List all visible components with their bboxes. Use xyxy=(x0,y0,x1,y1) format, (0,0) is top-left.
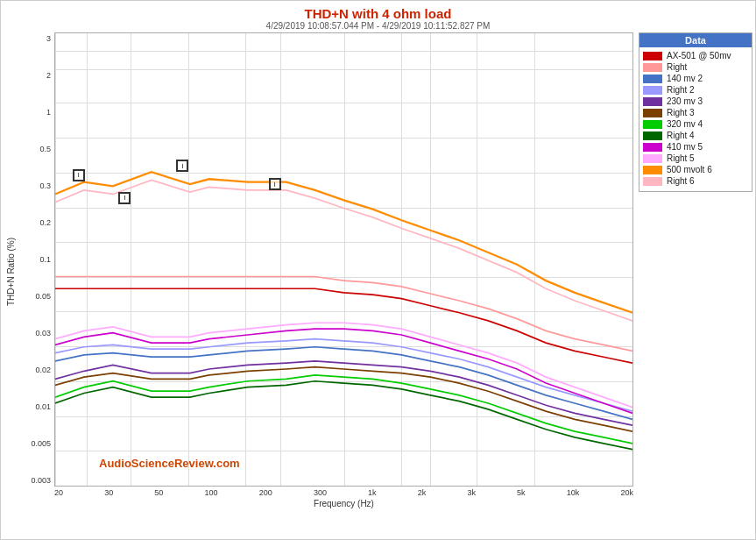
legend-color-swatch xyxy=(643,86,662,95)
legend-item: Right 5 xyxy=(643,153,748,163)
legend-item: 140 mv 2 xyxy=(643,74,748,83)
ytick-2: 2 xyxy=(46,71,51,80)
curve-230mv xyxy=(55,361,632,425)
marker-3: I xyxy=(176,160,188,172)
xtick-200: 200 xyxy=(259,488,272,497)
y-ticks: 3 2 1 0.5 0.3 0.2 0.1 0.05 0.03 0.02 0.0… xyxy=(18,32,54,487)
legend-color-swatch xyxy=(643,120,662,129)
xtick-100: 100 xyxy=(205,488,218,497)
legend-item: 230 mv 3 xyxy=(643,96,748,106)
xtick-10k: 10k xyxy=(567,488,580,497)
x-axis-ticks: 20 30 50 100 200 300 1k 2k 3k 5k 10k 20k xyxy=(54,487,633,499)
legend-item-label: 140 mv 2 xyxy=(667,74,703,83)
curve-ax501-50mv xyxy=(55,288,632,363)
legend-color-swatch xyxy=(643,52,662,60)
legend-color-swatch xyxy=(643,154,662,163)
legend-item: 500 mvolt 6 xyxy=(643,165,748,174)
legend-item-label: 320 mv 4 xyxy=(667,119,703,129)
xtick-50: 50 xyxy=(154,488,163,497)
curve-right2 xyxy=(55,339,632,412)
legend-color-swatch xyxy=(643,63,662,72)
ytick-05: 0.5 xyxy=(39,145,51,153)
curve-right4 xyxy=(55,381,632,450)
legend-item-label: Right xyxy=(667,62,687,72)
marker-2: I xyxy=(118,192,131,204)
ytick-003: 0.03 xyxy=(35,329,51,338)
y-axis-label: THD+N Ratio (%) xyxy=(4,32,18,510)
legend-item-label: AX-501 @ 50mv xyxy=(667,51,731,60)
legend-item-label: 410 mv 5 xyxy=(667,142,703,152)
xtick-30: 30 xyxy=(104,488,113,497)
legend-title: Data xyxy=(639,33,752,47)
legend-color-swatch xyxy=(643,131,662,140)
main-container: THD+N with 4 ohm load 4/29/2019 10:08:57… xyxy=(0,0,756,540)
legend-item: Right 3 xyxy=(643,108,748,117)
chart-subtitle: 4/29/2019 10:08:57.044 PM - 4/29/2019 10… xyxy=(266,21,491,31)
xtick-20: 20 xyxy=(54,488,63,497)
ytick-002: 0.02 xyxy=(35,366,51,374)
legend-item: Right 4 xyxy=(643,131,748,140)
legend-color-swatch xyxy=(643,177,662,186)
ytick-001: 0.01 xyxy=(35,402,51,411)
legend-color-swatch xyxy=(643,109,662,117)
legend-item-label: Right 6 xyxy=(667,176,695,186)
chart-container: THD+N Ratio (%) Teac AX-501 XLR Input (5… xyxy=(4,32,752,510)
legend-item-label: 500 mvolt 6 xyxy=(667,165,712,174)
xtick-20k: 20k xyxy=(620,488,633,497)
ytick-0003: 0.003 xyxy=(31,476,51,485)
xtick-3k: 3k xyxy=(467,488,476,497)
legend-color-swatch xyxy=(643,97,662,106)
legend-item: Right 2 xyxy=(643,85,748,95)
legend-item-label: 230 mv 3 xyxy=(667,96,703,106)
plot-box: I I I I AudioScienceReview.com xyxy=(54,32,633,487)
legend-item: 320 mv 4 xyxy=(643,119,748,129)
ytick-3: 3 xyxy=(46,34,51,43)
grid-v-11 xyxy=(632,33,633,486)
marker-4: I xyxy=(269,178,281,190)
xtick-5k: 5k xyxy=(517,488,526,497)
xtick-300: 300 xyxy=(314,488,327,497)
legend-color-swatch xyxy=(643,143,662,152)
legend-item-label: Right 3 xyxy=(667,108,695,117)
graph-wrap: 3 2 1 0.5 0.3 0.2 0.1 0.05 0.03 0.02 0.0… xyxy=(18,32,633,487)
legend-items: AX-501 @ 50mvRight140 mv 2Right 2230 mv … xyxy=(643,51,748,186)
curves-svg xyxy=(55,33,632,486)
chart-area: Teac AX-501 XLR Input (50 mv to 500 mv) … xyxy=(18,32,633,510)
curve-320mv xyxy=(55,375,632,444)
legend-item: AX-501 @ 50mv xyxy=(643,51,748,60)
ytick-02: 0.2 xyxy=(39,218,51,227)
legend-item-label: Right 4 xyxy=(667,131,695,140)
legend-item: Right xyxy=(643,62,748,72)
legend-item: 410 mv 5 xyxy=(643,142,748,152)
legend-item-label: Right 5 xyxy=(667,153,695,163)
x-axis-label: Frequency (Hz) xyxy=(54,499,633,508)
legend-color-swatch xyxy=(643,166,662,174)
ytick-1: 1 xyxy=(46,108,51,117)
legend-item-label: Right 2 xyxy=(667,85,695,95)
xtick-2k: 2k xyxy=(418,488,427,497)
ytick-0005: 0.005 xyxy=(31,439,51,448)
ytick-005: 0.05 xyxy=(35,292,51,301)
title-area: THD+N with 4 ohm load 4/29/2019 10:08:57… xyxy=(266,6,491,31)
xtick-1k: 1k xyxy=(368,488,377,497)
marker-1: I xyxy=(73,169,85,181)
chart-title: THD+N with 4 ohm load xyxy=(266,6,491,21)
curve-500mv xyxy=(55,172,632,313)
legend-box: Data AX-501 @ 50mvRight140 mv 2Right 223… xyxy=(639,32,752,192)
ytick-01: 0.1 xyxy=(39,255,51,264)
ytick-03: 0.3 xyxy=(39,181,51,190)
legend-item: Right 6 xyxy=(643,176,748,186)
legend-color-swatch xyxy=(643,75,662,83)
watermark: AudioScienceReview.com xyxy=(99,457,240,470)
